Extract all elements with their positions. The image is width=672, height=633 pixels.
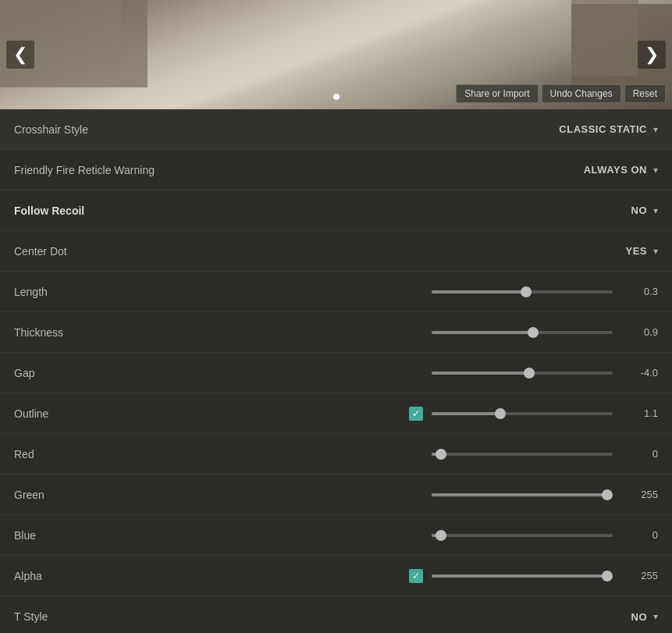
dropdown-arrow-friendly-fire: ▾ — [653, 165, 658, 176]
setting-row-alpha: Alpha255 — [0, 556, 672, 596]
slider-value-blue: 0 — [620, 529, 658, 541]
slider-thumb-outline[interactable] — [495, 408, 506, 419]
setting-row-thickness: Thickness0.9 — [0, 312, 672, 353]
slider-thumb-green[interactable] — [602, 489, 613, 500]
setting-control-outline: 1.1 — [170, 406, 658, 421]
dropdown-arrow-follow-recoil: ▾ — [653, 205, 658, 216]
slider-fill-alpha — [432, 574, 607, 578]
setting-control-gap: -4.0 — [170, 367, 658, 379]
slider-value-alpha: 255 — [620, 570, 658, 581]
setting-row-length: Length0.3 — [0, 272, 672, 312]
setting-control-crosshair-style: CLASSIC STATIC▾ — [170, 123, 658, 135]
dropdown-value-friendly-fire: ALWAYS ON — [584, 164, 647, 176]
setting-label-crosshair-style: Crosshair Style — [14, 123, 170, 136]
dropdown-value-center-dot: YES — [625, 245, 647, 257]
setting-label-blue: Blue — [14, 529, 170, 542]
setting-row-friendly-fire: Friendly Fire Reticle WarningALWAYS ON▾ — [0, 150, 672, 190]
slider-fill-outline — [432, 412, 500, 415]
slider-thumb-blue[interactable] — [436, 530, 446, 541]
setting-label-follow-recoil: Follow Recoil — [14, 204, 170, 217]
setting-control-follow-recoil: NO▾ — [170, 204, 658, 216]
setting-row-green: Green255 — [0, 475, 672, 515]
slider-track-green[interactable] — [432, 493, 613, 496]
setting-control-red: 0 — [170, 448, 658, 460]
slider-thumb-gap[interactable] — [524, 368, 535, 379]
setting-label-friendly-fire: Friendly Fire Reticle Warning — [14, 164, 170, 176]
slider-area-outline: 1.1 — [408, 406, 658, 421]
setting-label-green: Green — [14, 489, 170, 501]
next-button[interactable]: ❯ — [638, 41, 666, 69]
slider-thumb-red[interactable] — [436, 449, 446, 460]
dropdown-value-t-style: NO — [631, 611, 648, 623]
chevron-right-icon: ❯ — [645, 44, 659, 65]
slider-area-green: 255 — [408, 489, 658, 500]
setting-control-blue: 0 — [170, 529, 658, 541]
slider-value-red: 0 — [620, 448, 658, 460]
dropdown-value-crosshair-style: CLASSIC STATIC — [559, 123, 647, 135]
slider-area-gap: -4.0 — [408, 367, 658, 379]
setting-control-t-style: NO▾ — [170, 611, 658, 623]
prev-button[interactable]: ❮ — [6, 41, 34, 69]
slider-fill-thickness — [432, 331, 533, 334]
checkbox-alpha[interactable] — [408, 568, 424, 584]
slider-thumb-length[interactable] — [521, 286, 532, 297]
slider-area-length: 0.3 — [408, 286, 658, 297]
dropdown-t-style[interactable]: NO▾ — [631, 611, 659, 623]
setting-label-thickness: Thickness — [14, 326, 170, 339]
slider-value-thickness: 0.9 — [620, 326, 658, 338]
slider-thumb-alpha[interactable] — [602, 571, 613, 581]
setting-label-gap: Gap — [14, 367, 170, 379]
dropdown-arrow-crosshair-style: ▾ — [653, 124, 658, 135]
setting-control-center-dot: YES▾ — [170, 245, 658, 257]
slider-thumb-thickness[interactable] — [528, 327, 539, 338]
slider-value-outline: 1.1 — [620, 407, 658, 419]
setting-row-t-style: T StyleNO▾ — [0, 596, 672, 633]
slider-value-gap: -4.0 — [620, 367, 658, 379]
setting-row-red: Red0 — [0, 434, 672, 475]
setting-row-center-dot: Center DotYES▾ — [0, 231, 672, 272]
slider-area-thickness: 0.9 — [408, 326, 658, 338]
undo-changes-button[interactable]: Undo Changes — [542, 84, 621, 103]
share-import-button[interactable]: Share or Import — [456, 84, 538, 103]
setting-control-length: 0.3 — [170, 286, 658, 297]
dropdown-arrow-center-dot: ▾ — [653, 246, 658, 257]
slider-value-length: 0.3 — [620, 286, 658, 297]
slider-track-alpha[interactable] — [432, 574, 613, 578]
setting-label-t-style: T Style — [14, 610, 170, 623]
setting-control-green: 255 — [170, 489, 658, 500]
slider-area-red: 0 — [408, 448, 658, 460]
setting-row-blue: Blue0 — [0, 515, 672, 556]
reset-button[interactable]: Reset — [624, 84, 666, 103]
dropdown-follow-recoil[interactable]: NO▾ — [631, 204, 659, 216]
slider-value-green: 255 — [620, 489, 658, 500]
slide-indicator — [333, 94, 340, 100]
dropdown-center-dot[interactable]: YES▾ — [625, 245, 658, 257]
slider-area-alpha: 255 — [408, 568, 658, 584]
setting-row-outline: Outline1.1 — [0, 393, 672, 434]
dropdown-crosshair-style[interactable]: CLASSIC STATIC▾ — [559, 123, 658, 135]
setting-row-follow-recoil: Follow RecoilNO▾ — [0, 190, 672, 231]
setting-control-friendly-fire: ALWAYS ON▾ — [170, 164, 658, 176]
slider-area-blue: 0 — [408, 529, 658, 541]
dropdown-friendly-fire[interactable]: ALWAYS ON▾ — [584, 164, 658, 176]
setting-label-alpha: Alpha — [14, 570, 170, 582]
slider-fill-length — [432, 290, 526, 293]
checkbox-outline[interactable] — [408, 406, 424, 421]
settings-panel: Crosshair StyleCLASSIC STATIC▾Friendly F… — [0, 109, 672, 633]
setting-label-length: Length — [14, 286, 170, 298]
setting-row-gap: Gap-4.0 — [0, 353, 672, 393]
slider-track-length[interactable] — [432, 290, 613, 293]
dropdown-value-follow-recoil: NO — [631, 204, 648, 216]
slider-track-outline[interactable] — [432, 412, 613, 415]
slider-track-blue[interactable] — [432, 534, 613, 537]
slider-track-gap[interactable] — [432, 372, 613, 375]
setting-row-crosshair-style: Crosshair StyleCLASSIC STATIC▾ — [0, 109, 672, 150]
setting-control-alpha: 255 — [170, 568, 658, 584]
checkbox-inner-outline — [409, 407, 423, 421]
setting-control-thickness: 0.9 — [170, 326, 658, 338]
slider-fill-gap — [432, 372, 529, 375]
slider-track-red[interactable] — [432, 453, 613, 456]
setting-label-red: Red — [14, 448, 170, 461]
slider-track-thickness[interactable] — [432, 331, 613, 334]
dropdown-arrow-t-style: ▾ — [653, 611, 658, 622]
